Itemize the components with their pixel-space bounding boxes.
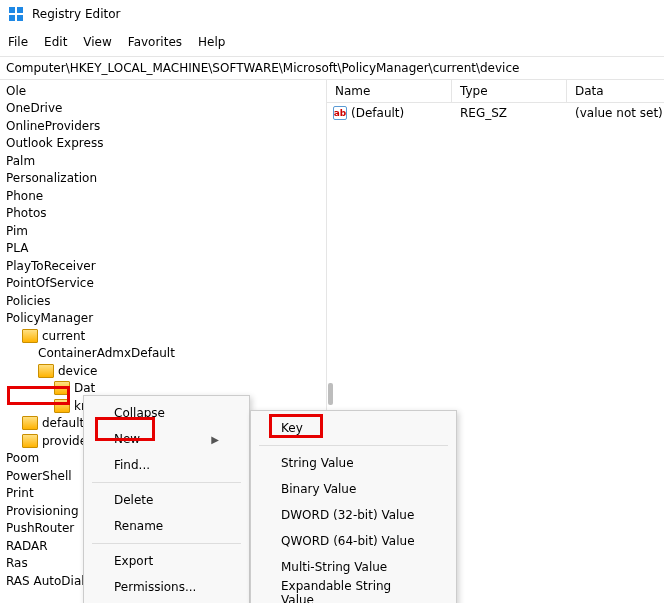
col-type[interactable]: Type	[452, 80, 567, 102]
tree-playtoreceiver[interactable]: PlayToReceiver	[0, 257, 326, 275]
ctx-new-multistring[interactable]: Multi-String Value	[251, 554, 456, 580]
tree-phone[interactable]: Phone	[0, 187, 326, 205]
ctx-new-binary[interactable]: Binary Value	[251, 476, 456, 502]
ctx-new-label: New	[114, 432, 140, 446]
col-name[interactable]: Name	[327, 80, 452, 102]
ctx-new-key[interactable]: Key	[251, 415, 456, 441]
chevron-right-icon: ▶	[211, 434, 219, 445]
context-separator	[259, 445, 448, 446]
tree-ole[interactable]: Ole	[0, 82, 326, 100]
ctx-delete-label: Delete	[114, 493, 153, 507]
col-data[interactable]: Data	[567, 80, 664, 102]
tree-current[interactable]: current	[0, 327, 326, 345]
tree-policymanager[interactable]: PolicyManager	[0, 310, 326, 328]
ctx-new-binary-label: Binary Value	[281, 482, 356, 496]
ctx-new-dword[interactable]: DWORD (32-bit) Value	[251, 502, 456, 528]
svg-rect-2	[9, 15, 15, 21]
ctx-permissions-label: Permissions...	[114, 580, 196, 594]
tree-onlineproviders[interactable]: OnlineProviders	[0, 117, 326, 135]
ctx-find-label: Find...	[114, 458, 150, 472]
ctx-new-dword-label: DWORD (32-bit) Value	[281, 508, 414, 522]
context-menu-key: Collapse New▶ Find... Delete Rename Expo…	[83, 395, 250, 603]
svg-rect-0	[9, 7, 15, 13]
context-separator	[92, 543, 241, 544]
tree-outlookexpress[interactable]: Outlook Express	[0, 135, 326, 153]
svg-rect-1	[17, 7, 23, 13]
ctx-export[interactable]: Export	[84, 548, 249, 574]
ctx-new-qword-label: QWORD (64-bit) Value	[281, 534, 415, 548]
menu-view[interactable]: View	[75, 31, 119, 53]
app-icon	[8, 6, 24, 22]
svg-rect-3	[17, 15, 23, 21]
ctx-rename-label: Rename	[114, 519, 163, 533]
ctx-find[interactable]: Find...	[84, 452, 249, 478]
menu-help[interactable]: Help	[190, 31, 233, 53]
ctx-delete[interactable]: Delete	[84, 487, 249, 513]
tree-device[interactable]: device	[0, 362, 326, 380]
ctx-export-label: Export	[114, 554, 153, 568]
menu-bar: File Edit View Favorites Help	[0, 28, 664, 56]
tree-pla[interactable]: PLA	[0, 240, 326, 258]
context-submenu-new: Key String Value Binary Value DWORD (32-…	[250, 410, 457, 603]
string-value-icon: ab	[333, 106, 347, 120]
ctx-new-string-label: String Value	[281, 456, 354, 470]
menu-edit[interactable]: Edit	[36, 31, 75, 53]
value-type: REG_SZ	[452, 106, 567, 120]
tree-personalization[interactable]: Personalization	[0, 170, 326, 188]
menu-favorites[interactable]: Favorites	[120, 31, 190, 53]
menu-file[interactable]: File	[0, 31, 36, 53]
ctx-collapse[interactable]: Collapse	[84, 400, 249, 426]
ctx-new[interactable]: New▶	[84, 426, 249, 452]
app-title: Registry Editor	[32, 7, 120, 21]
value-data: (value not set)	[567, 106, 664, 120]
ctx-new-expandable-label: Expandable String Value	[281, 579, 426, 603]
value-name: (Default)	[351, 106, 404, 120]
tree-policies[interactable]: Policies	[0, 292, 326, 310]
ctx-new-multistring-label: Multi-String Value	[281, 560, 387, 574]
ctx-new-expandable[interactable]: Expandable String Value	[251, 580, 456, 603]
tree-containeradmxdefault[interactable]: ContainerAdmxDefault	[0, 345, 326, 363]
ctx-new-string[interactable]: String Value	[251, 450, 456, 476]
ctx-new-qword[interactable]: QWORD (64-bit) Value	[251, 528, 456, 554]
tree-palm[interactable]: Palm	[0, 152, 326, 170]
ctx-permissions[interactable]: Permissions...	[84, 574, 249, 600]
ctx-rename[interactable]: Rename	[84, 513, 249, 539]
tree-pim[interactable]: Pim	[0, 222, 326, 240]
list-header: Name Type Data	[327, 80, 664, 103]
pane-splitter[interactable]	[328, 383, 333, 405]
tree-onedrive[interactable]: OneDrive	[0, 100, 326, 118]
tree-photos[interactable]: Photos	[0, 205, 326, 223]
ctx-new-key-label: Key	[281, 421, 303, 435]
ctx-collapse-label: Collapse	[114, 406, 165, 420]
tree-pointofservice[interactable]: PointOfService	[0, 275, 326, 293]
value-row-default[interactable]: ab (Default) REG_SZ (value not set)	[327, 103, 664, 123]
context-separator	[92, 482, 241, 483]
title-bar: Registry Editor	[0, 0, 664, 28]
address-bar[interactable]: Computer\HKEY_LOCAL_MACHINE\SOFTWARE\Mic…	[0, 56, 664, 80]
